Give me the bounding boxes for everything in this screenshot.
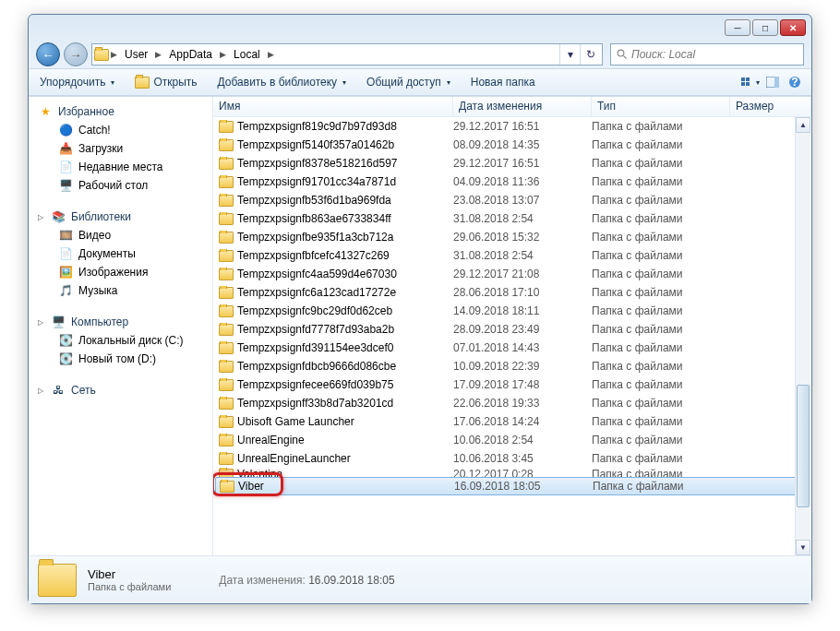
chevron-right-icon[interactable]: ▶ — [266, 50, 276, 59]
libraries-group: ▷ 📚 Библиотеки 🎞️Видео📄Документы🖼️Изобра… — [32, 208, 212, 300]
table-row[interactable]: Tempzxpsignfb863ae6733834ff31.08.2018 2:… — [213, 209, 811, 228]
file-type: Папка с файлами — [592, 268, 730, 280]
sidebar-item[interactable]: 📄Документы — [32, 244, 212, 263]
organize-menu[interactable]: Упорядочить — [36, 74, 118, 90]
minimize-button[interactable]: ─ — [725, 19, 750, 36]
back-button[interactable]: ← — [36, 42, 60, 66]
file-date: 29.12.2017 16:51 — [453, 157, 592, 170]
refresh-button[interactable]: ↻ — [580, 44, 600, 65]
file-name: Tempzxpsignfbfcefc41327c269 — [237, 249, 390, 262]
libraries-header[interactable]: ▷ 📚 Библиотеки — [32, 208, 212, 226]
add-to-library-menu[interactable]: Добавить в библиотеку — [214, 74, 351, 90]
column-type[interactable]: Тип — [592, 97, 730, 116]
table-row[interactable]: Tempzxpsignf5140f357a01462b08.09.2018 14… — [213, 136, 811, 154]
file-date: 28.06.2018 17:10 — [453, 286, 592, 299]
file-date: 16.09.2018 18:05 — [454, 480, 593, 493]
column-headers: Имя Дата изменения Тип Размер — [213, 97, 811, 117]
video-icon: 🎞️ — [58, 228, 73, 243]
file-date: 14.09.2018 18:11 — [453, 304, 592, 317]
new-folder-button[interactable]: Новая папка — [467, 74, 539, 90]
column-size[interactable]: Размер — [730, 97, 811, 116]
file-list[interactable]: Tempzxpsignf819c9d7b97d93d829.12.2017 16… — [213, 117, 811, 555]
computer-group: ▷ 🖥️ Компьютер 💽Локальный диск (C:)💽Новы… — [32, 313, 212, 368]
table-row[interactable]: Valentina20.12.2017 0:28Папка с файлами — [213, 468, 811, 477]
chevron-right-icon[interactable]: ▶ — [153, 50, 163, 59]
file-type: Папка с файлами — [592, 415, 730, 428]
sidebar-item[interactable]: 🖼️Изображения — [32, 263, 212, 281]
scroll-down-button[interactable]: ▼ — [796, 540, 810, 555]
help-button[interactable]: ? — [786, 73, 804, 91]
table-row[interactable]: Tempzxpsignfecee669fd039b7517.09.2018 17… — [213, 375, 811, 394]
forward-button[interactable]: → — [64, 42, 88, 66]
sidebar-item[interactable]: 🎞️Видео — [32, 226, 212, 244]
file-name: Ubisoft Game Launcher — [237, 415, 354, 428]
file-date: 07.01.2018 14:43 — [453, 341, 592, 354]
computer-header[interactable]: ▷ 🖥️ Компьютер — [32, 313, 212, 331]
table-row[interactable]: Tempzxpsignfd391154ee3dcef007.01.2018 14… — [213, 339, 811, 357]
column-name[interactable]: Имя — [213, 97, 453, 116]
file-name: Tempzxpsignf91701cc34a7871d — [237, 175, 396, 188]
table-row[interactable]: UnrealEngineLauncher10.06.2018 3:45Папка… — [213, 449, 811, 468]
search-input[interactable]: Поиск: Local — [610, 43, 804, 65]
preview-pane-button[interactable] — [763, 73, 782, 91]
titlebar[interactable]: ─ □ ✕ — [29, 15, 811, 41]
vertical-scrollbar[interactable]: ▲ ▼ — [795, 117, 810, 555]
close-button[interactable]: ✕ — [780, 19, 806, 36]
sidebar-item[interactable]: 🔵Catch! — [32, 121, 212, 139]
sidebar-item[interactable]: 📄Недавние места — [32, 158, 212, 176]
maximize-button[interactable]: □ — [752, 19, 778, 36]
breadcrumb-segment[interactable]: Local — [228, 44, 266, 65]
view-options-button[interactable] — [741, 73, 760, 91]
sidebar-item[interactable]: 📥Загрузки — [32, 139, 212, 158]
search-placeholder: Поиск: Local — [631, 48, 695, 61]
file-date: 22.06.2018 19:33 — [453, 397, 592, 410]
folder-icon — [219, 176, 234, 188]
sidebar-item[interactable]: 🖥️Рабочий стол — [32, 176, 212, 195]
table-row[interactable]: Tempzxpsignfc9bc29df0d62ceb14.09.2018 18… — [213, 302, 811, 320]
images-icon: 🖼️ — [58, 265, 73, 280]
file-name: UnrealEngine — [237, 434, 305, 446]
breadcrumb-segment[interactable]: User — [119, 44, 153, 65]
table-row[interactable]: Ubisoft Game Launcher17.06.2018 14:24Пап… — [213, 412, 811, 431]
table-row[interactable]: Tempzxpsignff33b8d7ab3201cd22.06.2018 19… — [213, 394, 811, 412]
scroll-up-button[interactable]: ▲ — [796, 117, 810, 133]
sidebar-item-label: Документы — [78, 247, 136, 260]
file-type: Папка с файлами — [592, 452, 730, 465]
open-button[interactable]: Открыть — [131, 73, 200, 91]
table-row[interactable]: Tempzxpsignfbe935f1a3cb712a29.06.2018 15… — [213, 228, 811, 246]
sidebar-item[interactable]: 💽Локальный диск (C:) — [32, 331, 212, 350]
sidebar-item[interactable]: 💽Новый том (D:) — [32, 350, 212, 368]
table-row[interactable]: UnrealEngine10.06.2018 2:54Папка с файла… — [213, 431, 811, 449]
navigation-pane[interactable]: ★ Избранное 🔵Catch!📥Загрузки📄Недавние ме… — [29, 97, 213, 555]
table-row[interactable]: Tempzxpsignf91701cc34a7871d04.09.2018 11… — [213, 173, 811, 191]
column-date[interactable]: Дата изменения — [453, 97, 592, 116]
address-bar[interactable]: ▶ User ▶ AppData ▶ Local ▶ ▾ ↻ — [91, 43, 603, 65]
table-row[interactable]: Tempzxpsignfc4aa599d4e6703029.12.2017 21… — [213, 265, 811, 283]
file-name: Valentina — [237, 468, 282, 477]
table-row[interactable]: Tempzxpsignfc6a123cad17272e28.06.2018 17… — [213, 283, 811, 302]
favorites-header[interactable]: ★ Избранное — [32, 102, 212, 121]
table-row[interactable]: Tempzxpsignfd7778f7d93aba2b28.09.2018 23… — [213, 320, 811, 339]
drive-icon: 💽 — [58, 351, 73, 366]
chevron-right-icon[interactable]: ▶ — [218, 50, 228, 59]
scroll-track[interactable] — [796, 133, 810, 540]
network-header[interactable]: ▷ 🖧 Сеть — [32, 381, 212, 399]
sidebar-item-label: Загрузки — [78, 142, 123, 155]
sidebar-item[interactable]: 🎵Музыка — [32, 281, 212, 300]
table-row[interactable]: Viber16.09.2018 18:05Папка с файлами — [215, 477, 806, 495]
scroll-thumb[interactable] — [797, 385, 810, 506]
file-type: Папка с файлами — [592, 231, 730, 244]
chevron-right-icon[interactable]: ▶ — [109, 50, 119, 59]
table-row[interactable]: Tempzxpsignf819c9d7b97d93d829.12.2017 16… — [213, 117, 811, 136]
file-type: Папка с файлами — [592, 378, 730, 391]
table-row[interactable]: Tempzxpsignf8378e518216d59729.12.2017 16… — [213, 154, 811, 173]
table-row[interactable]: Tempzxpsignfbfcefc41327c26931.08.2018 2:… — [213, 246, 811, 265]
table-row[interactable]: Tempzxpsignfdbcb9666d086cbe10.09.2018 22… — [213, 357, 811, 375]
history-dropdown-button[interactable]: ▾ — [559, 44, 580, 65]
share-menu[interactable]: Общий доступ — [363, 74, 454, 90]
file-date: 31.08.2018 2:54 — [453, 212, 592, 225]
breadcrumb-segment[interactable]: AppData — [163, 44, 218, 65]
expand-icon: ▷ — [38, 318, 45, 327]
folder-icon — [219, 324, 234, 336]
table-row[interactable]: Tempzxpsignfb53f6d1ba969fda23.08.2018 13… — [213, 191, 811, 209]
